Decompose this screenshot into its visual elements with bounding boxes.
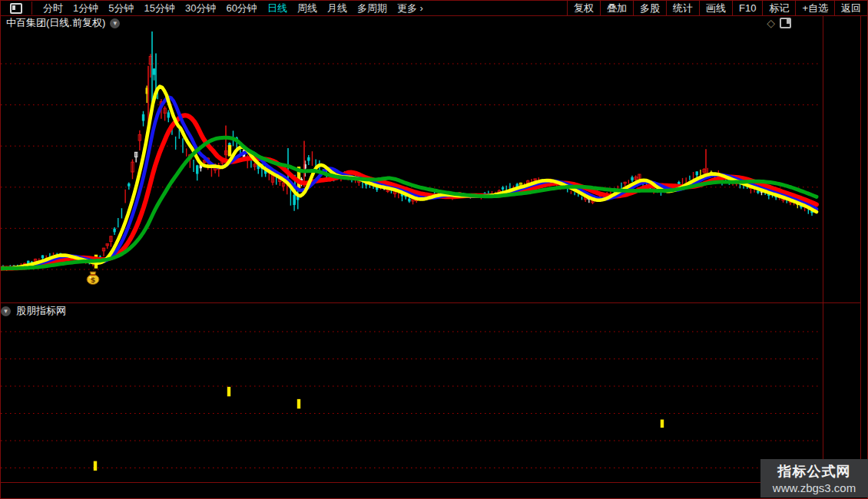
chevron-down-icon[interactable]: ▾	[1, 306, 11, 316]
button-叠加[interactable]: 叠加	[600, 1, 633, 15]
diamond-marker-icon[interactable]: ◇	[767, 18, 775, 28]
watermark-url: www.zbgs3.com	[773, 481, 856, 494]
candle-body	[307, 157, 310, 161]
candle-body	[167, 112, 170, 117]
signal-tick	[297, 399, 300, 408]
axis-left-border	[823, 15, 823, 483]
candle-body	[196, 165, 198, 173]
button-统计[interactable]: 统计	[666, 1, 699, 15]
tab-15分钟[interactable]: 15分钟	[144, 2, 174, 15]
stock-title: 中百集团(日线.前复权)	[6, 16, 105, 30]
chart-title-bar: 中百集团(日线.前复权) ▾ ◇	[1, 15, 822, 31]
watermark: 指标公式网 www.zbgs3.com	[760, 459, 868, 497]
candle-body	[142, 114, 144, 121]
button-多股[interactable]: 多股	[633, 1, 666, 15]
tab-1分钟[interactable]: 1分钟	[73, 2, 98, 15]
button-复权[interactable]: 复权	[567, 1, 600, 15]
indicator-line-chart[interactable]	[1, 318, 823, 498]
toolbar-divider	[31, 2, 32, 15]
candle-body	[113, 229, 115, 233]
signal-tick	[661, 419, 664, 428]
candle-body	[41, 255, 44, 258]
watermark-title: 指标公式网	[778, 462, 851, 481]
button-标记[interactable]: 标记	[762, 1, 795, 15]
tab-更多 ›[interactable]: 更多 ›	[397, 2, 423, 15]
tab-5分钟[interactable]: 5分钟	[108, 2, 134, 15]
button-F10[interactable]: F10	[732, 1, 762, 15]
tab-周线[interactable]: 周线	[297, 2, 317, 15]
tab-60分钟[interactable]: 60分钟	[226, 2, 257, 15]
tab-多周期[interactable]: 多周期	[357, 2, 387, 15]
top-toolbar: 分时1分钟5分钟15分钟30分钟60分钟日线周线月线多周期更多 › 复权叠加多股…	[1, 1, 867, 15]
tab-日线[interactable]: 日线	[267, 2, 287, 15]
tab-分时[interactable]: 分时	[43, 2, 63, 15]
indicator-panel-header: ▾ 股朋指标网	[1, 304, 66, 318]
signal-tick	[227, 387, 230, 396]
indicator-value-badge	[823, 0, 857, 12]
money-bag-icon: $	[87, 272, 99, 285]
indicator-panel-title: 股朋指标网	[16, 304, 66, 318]
time-axis	[1, 483, 867, 498]
svg-text:$: $	[91, 276, 96, 284]
button-画线[interactable]: 画线	[699, 1, 732, 15]
panel-divider	[1, 302, 861, 303]
signal-tick	[228, 145, 231, 157]
candle-body	[678, 182, 680, 184]
layout-panel-icon[interactable]	[10, 3, 22, 14]
toolbar-right-buttons: 复权叠加多股统计画线F10标记+自选返回	[567, 1, 867, 15]
candle-body	[153, 68, 155, 74]
candle-body	[757, 191, 759, 193]
toolbar-bottom-border	[1, 15, 867, 16]
panel-toggle-icon[interactable]	[780, 18, 791, 28]
clipped-right-panel	[861, 15, 867, 483]
period-tabs: 分时1分钟5分钟15分钟30分钟60分钟日线周线月线多周期更多 ›	[43, 2, 423, 15]
trading-app-window: 分时1分钟5分钟15分钟30分钟60分钟日线周线月线多周期更多 › 复权叠加多股…	[0, 0, 868, 499]
signal-tick	[94, 461, 97, 471]
candle-body	[631, 177, 633, 180]
chevron-down-icon[interactable]: ▾	[110, 18, 120, 28]
candle-body	[128, 183, 130, 187]
main-candlestick-chart[interactable]: $	[1, 29, 823, 306]
candle-body	[408, 199, 410, 202]
candle-body	[502, 187, 504, 190]
tab-月线[interactable]: 月线	[327, 2, 347, 15]
tab-30分钟[interactable]: 30分钟	[185, 2, 216, 15]
candle-body	[696, 171, 698, 175]
